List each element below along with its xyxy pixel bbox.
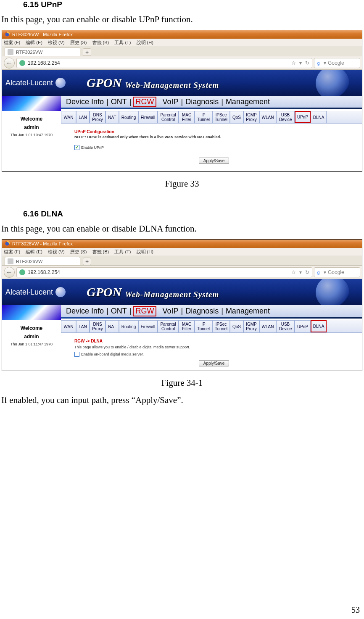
tab-label: RTF3026VW — [16, 50, 42, 55]
menu-view[interactable]: 檢視 (V) — [48, 249, 65, 254]
url-dropdown-icon[interactable]: ▾ — [299, 269, 302, 275]
reload-icon[interactable]: ↻ — [305, 269, 309, 275]
subnav-ip-tunnel[interactable]: IPTunnel — [195, 111, 212, 123]
nav-management[interactable]: Management — [225, 307, 271, 316]
sidebar-welcome: Welcome — [2, 325, 61, 331]
gpon-banner: Alcatel·Lucent GPON Web-Management Syste… — [2, 279, 362, 305]
back-button[interactable]: ← — [4, 267, 15, 278]
subnav-qos[interactable]: QoS — [230, 320, 243, 332]
browser-tabbar: RTF3026VW + — [2, 46, 362, 56]
section-heading-dlna: 6.16 DLNA — [23, 209, 364, 219]
upnp-checkbox[interactable] — [74, 145, 79, 150]
nav-device-info[interactable]: Device Info — [65, 97, 105, 106]
sidebar-stripe — [2, 305, 61, 320]
subnav-dlna[interactable]: DLNA — [311, 111, 327, 123]
firefox-icon — [4, 31, 11, 38]
wms-text: Web-Management System — [125, 290, 219, 299]
subnav-ip-tunnel[interactable]: IPTunnel — [195, 320, 212, 332]
menu-help[interactable]: 說明 (H) — [137, 249, 153, 254]
search-dropdown-icon[interactable]: ▾ — [324, 269, 326, 275]
top-nav: Device Info | ONT | RGW VoIP | Diagnosis… — [61, 305, 362, 319]
subnav-dns-proxy[interactable]: DNSProxy — [90, 111, 106, 123]
sidebar-welcome: Welcome — [2, 116, 61, 122]
search-dropdown-icon[interactable]: ▾ — [324, 60, 326, 66]
subnav-routing[interactable]: Routing — [119, 320, 138, 332]
nav-ont[interactable]: ONT — [110, 307, 128, 316]
new-tab-button[interactable]: + — [83, 48, 91, 56]
browser-menubar[interactable]: 檔案 (F) 編輯 (E) 檢視 (V) 歷史 (S) 書籤 (B) 工具 (T… — [2, 248, 362, 256]
subnav-lan[interactable]: LAN — [76, 320, 90, 332]
sidebar-stripe — [2, 96, 61, 111]
browser-tab[interactable]: RTF3026VW — [5, 47, 80, 56]
address-bar[interactable]: 192.168.2.254 ☆ ▾ ↻ — [16, 58, 312, 68]
dlna-checkbox[interactable] — [74, 352, 79, 357]
reload-icon[interactable]: ↻ — [305, 60, 309, 66]
menu-history[interactable]: 歷史 (S) — [70, 40, 87, 45]
subnav-nat[interactable]: NAT — [106, 111, 119, 123]
menu-file[interactable]: 檔案 (F) — [4, 40, 20, 45]
back-button[interactable]: ← — [4, 58, 15, 68]
subnav-parental-control[interactable]: ParentalControl — [158, 320, 179, 332]
menu-edit[interactable]: 編輯 (E) — [26, 40, 42, 45]
nav-device-info[interactable]: Device Info — [65, 307, 105, 316]
subnav-wlan[interactable]: WLAN — [259, 320, 276, 332]
url-dropdown-icon[interactable]: ▾ — [299, 60, 302, 66]
globe-icon — [19, 269, 25, 275]
subnav: WAN LAN DNSProxy NAT Routing Firewall Pa… — [61, 320, 362, 333]
subnav-upnp[interactable]: UPnP — [295, 111, 311, 123]
nav-diagnosis[interactable]: Diagnosis — [185, 307, 219, 316]
browser-tab[interactable]: RTF3026VW — [5, 257, 80, 265]
subnav-dns-proxy[interactable]: DNSProxy — [90, 320, 106, 332]
subnav-parental-control[interactable]: ParentalControl — [158, 111, 179, 123]
subnav-mac-filter[interactable]: MACFilter — [179, 111, 195, 123]
menu-view[interactable]: 檢視 (V) — [48, 40, 65, 45]
nav-rgw[interactable]: RGW — [133, 97, 156, 107]
subnav-firewall[interactable]: Firewall — [138, 320, 158, 332]
sidebar: Welcome admin Thu Jan 1 01:10:47 1970 — [2, 111, 61, 171]
alcatel-swirl-icon — [55, 78, 66, 88]
menu-tools[interactable]: 工具 (T) — [114, 249, 131, 254]
browser-menubar[interactable]: 檔案 (F) 編輯 (E) 檢視 (V) 歷史 (S) 書籤 (B) 工具 (T… — [2, 39, 362, 46]
subnav-igmp-proxy[interactable]: IGMPProxy — [243, 111, 259, 123]
nav-voip[interactable]: VoIP — [161, 307, 179, 316]
menu-file[interactable]: 檔案 (F) — [4, 249, 20, 254]
subnav-mac-filter[interactable]: MACFilter — [179, 320, 195, 332]
apply-save-button[interactable]: Apply/Save — [199, 360, 229, 366]
subnav-firewall[interactable]: Firewall — [138, 111, 158, 123]
subnav-nat[interactable]: NAT — [106, 320, 119, 332]
menu-edit[interactable]: 編輯 (E) — [26, 249, 42, 254]
menu-bookmarks[interactable]: 書籤 (B) — [92, 40, 109, 45]
bookmark-star-icon[interactable]: ☆ — [291, 60, 296, 66]
subnav-ipsec-tunnel[interactable]: IPSecTunnel — [212, 320, 230, 332]
subnav-igmp-proxy[interactable]: IGMPProxy — [243, 320, 259, 332]
menu-history[interactable]: 歷史 (S) — [70, 249, 87, 254]
subnav-dlna[interactable]: DLNA — [311, 320, 327, 332]
nav-management[interactable]: Management — [225, 97, 271, 106]
subnav-lan[interactable]: LAN — [76, 111, 90, 123]
search-box[interactable]: g ▾ Google — [314, 267, 360, 277]
nav-rgw[interactable]: RGW — [133, 306, 156, 316]
menu-help[interactable]: 說明 (H) — [137, 40, 153, 45]
new-tab-button[interactable]: + — [83, 258, 91, 265]
search-box[interactable]: g ▾ Google — [314, 58, 360, 68]
nav-ont[interactable]: ONT — [110, 97, 128, 106]
subnav-wan[interactable]: WAN — [61, 111, 76, 123]
apply-save-button[interactable]: Apply/Save — [199, 158, 229, 164]
subnav-usb-device[interactable]: USBDevice — [276, 111, 295, 123]
upnp-content: UPnP Configuration NOTE: UPnP is activat… — [61, 124, 362, 171]
menu-tools[interactable]: 工具 (T) — [114, 40, 131, 45]
bookmark-star-icon[interactable]: ☆ — [291, 269, 296, 275]
subnav-ipsec-tunnel[interactable]: IPSecTunnel — [212, 111, 230, 123]
subnav-usb-device[interactable]: USBDevice — [276, 320, 295, 332]
subnav-wan[interactable]: WAN — [61, 320, 76, 332]
subnav-qos[interactable]: QoS — [230, 111, 243, 123]
alcatel-swirl-icon — [55, 287, 66, 297]
menu-bookmarks[interactable]: 書籤 (B) — [92, 249, 109, 254]
address-bar[interactable]: 192.168.2.254 ☆ ▾ ↻ — [16, 267, 312, 277]
nav-diagnosis[interactable]: Diagnosis — [185, 97, 219, 106]
subnav-wlan[interactable]: WLAN — [259, 111, 276, 123]
tab-favicon — [8, 258, 13, 264]
nav-voip[interactable]: VoIP — [161, 97, 179, 106]
subnav-upnp[interactable]: UPnP — [295, 320, 311, 332]
subnav-routing[interactable]: Routing — [119, 111, 138, 123]
